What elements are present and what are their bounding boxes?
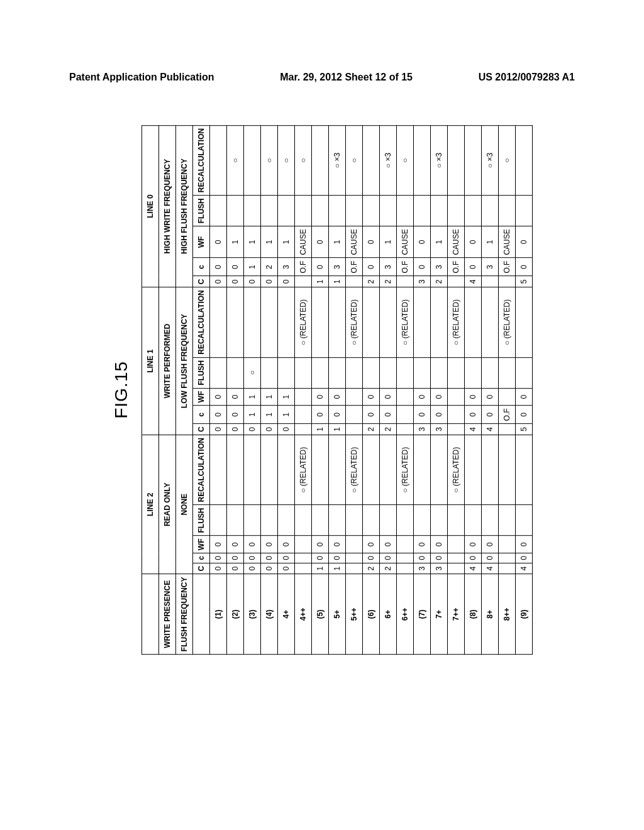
cell-l2-c: 0 (482, 553, 499, 563)
cell-l1-FL (278, 357, 295, 388)
cell-l2-C: 2 (363, 563, 380, 574)
cell-l1-FL (363, 357, 380, 388)
table-row: (4)000011021○ (261, 125, 278, 654)
cell-l2-RC: ○ (RELATED) (346, 435, 363, 505)
cell-l2-WF: 0 (227, 536, 244, 553)
cell-l1-RC (312, 287, 329, 357)
cell-l2-WF: 0 (363, 536, 380, 553)
row-label: (6) (363, 574, 380, 655)
cell-l0-WF: 0 (312, 226, 329, 258)
cell-l0-c: 3 (431, 258, 448, 276)
cell-l0-c: 0 (516, 258, 533, 276)
cell-l2-FL (482, 505, 499, 536)
row-label: (2) (227, 574, 244, 655)
cell-l0-RC: ○ (261, 125, 278, 195)
row-title-write-presence: WRITE PRESENCE (159, 574, 176, 655)
row-label: (3) (244, 574, 261, 655)
col-l2-RC: RECALCULATION (193, 435, 210, 505)
header-row-cols: C c WF FLUSH RECALCULATION C c WF FLUSH … (193, 125, 210, 654)
cell-l2-RC (465, 435, 482, 505)
cell-l1-WF: 0 (482, 388, 499, 406)
cell-l1-WF: 0 (363, 388, 380, 406)
cell-l2-c (295, 553, 312, 563)
cell-l1-c: 1 (244, 406, 261, 424)
table-row: 5+100100131○ ×3 (329, 125, 346, 654)
table-row: 7+300300231○ ×3 (431, 125, 448, 654)
cell-l0-c: 3 (329, 258, 346, 276)
cell-l0-FL (397, 196, 414, 226)
cell-l0-c: O.F (448, 258, 465, 276)
cell-l1-RC (414, 287, 431, 357)
cell-l0-C: 0 (244, 276, 261, 287)
cell-l1-C: 0 (278, 424, 295, 435)
col-l0-C: C (193, 276, 210, 287)
row-label: (7) (414, 574, 431, 655)
cell-l0-c: 0 (363, 258, 380, 276)
cell-l2-RC: ○ (RELATED) (397, 435, 414, 505)
cell-l0-C: 3 (414, 276, 431, 287)
table-row: 4+000011031○ (278, 125, 295, 654)
cell-l1-WF: 1 (261, 388, 278, 406)
cell-l2-c (448, 553, 465, 563)
table-row: (1)000000000 (210, 125, 227, 654)
cell-l0-RC: ○ (278, 125, 295, 195)
cell-l1-RC (431, 287, 448, 357)
ff-line1: LOW FLUSH FREQUENCY (176, 287, 193, 435)
cell-l2-RC (482, 435, 499, 505)
cell-l0-WF: CAUSE (499, 226, 516, 258)
cell-l1-WF: 0 (227, 388, 244, 406)
hdr-line0: LINE 0 (142, 125, 159, 287)
row-label: 5++ (346, 574, 363, 655)
col-l2-WF: WF (193, 536, 210, 553)
col-l2-C: C (193, 563, 210, 574)
cell-l2-FL (380, 505, 397, 536)
row-label: (9) (516, 574, 533, 655)
cell-l1-C: 0 (244, 424, 261, 435)
row-label: (8) (465, 574, 482, 655)
col-l2-FL: FLUSH (193, 505, 210, 536)
cell-l2-C (295, 563, 312, 574)
cell-l0-c: 2 (261, 258, 278, 276)
cell-l1-C: 1 (312, 424, 329, 435)
cell-l1-WF (448, 388, 465, 406)
cell-l2-WF: 0 (210, 536, 227, 553)
cell-l0-WF: 1 (482, 226, 499, 258)
cell-l1-C: 0 (261, 424, 278, 435)
col-l2-c: c (193, 553, 210, 563)
cell-l0-RC (448, 125, 465, 195)
cell-l0-C: 4 (465, 276, 482, 287)
cell-l2-c: 0 (431, 553, 448, 563)
table-row: (7)300300300 (414, 125, 431, 654)
cell-l2-FL (227, 505, 244, 536)
cell-l2-FL (465, 505, 482, 536)
table-row: 4++○ (RELATED)○ (RELATED)O.FCAUSE○ (295, 125, 312, 654)
cell-l1-C: 3 (431, 424, 448, 435)
cell-l1-FL (329, 357, 346, 388)
cell-l2-FL (414, 505, 431, 536)
cell-l0-FL (448, 196, 465, 226)
cell-l1-WF: 0 (414, 388, 431, 406)
cell-l2-FL (244, 505, 261, 536)
cell-l0-c: 1 (244, 258, 261, 276)
header-row-line: LINE 2 LINE 1 LINE 0 (142, 125, 159, 654)
cell-l2-FL (363, 505, 380, 536)
wp-line2: READ ONLY (159, 435, 176, 574)
cell-l1-c: 0 (414, 406, 431, 424)
cell-l0-RC (312, 125, 329, 195)
cell-l0-FL (414, 196, 431, 226)
table-row: 8++O.F○ (RELATED)O.FCAUSE○ (499, 125, 516, 654)
cell-l0-FL (431, 196, 448, 226)
cell-l1-RC: ○ (RELATED) (397, 287, 414, 357)
cell-l0-RC: ○ (397, 125, 414, 195)
header-left: Patent Application Publication (69, 72, 214, 83)
cell-l1-FL (312, 357, 329, 388)
hdr-line2: LINE 2 (142, 435, 159, 574)
cell-l1-c: 1 (261, 406, 278, 424)
row-label: 8+ (482, 574, 499, 655)
cell-l0-C: 1 (312, 276, 329, 287)
col-l0-c: c (193, 258, 210, 276)
cell-l0-FL (380, 196, 397, 226)
cell-l1-FL (295, 357, 312, 388)
cell-l2-RC (210, 435, 227, 505)
cell-l0-C (482, 276, 499, 287)
